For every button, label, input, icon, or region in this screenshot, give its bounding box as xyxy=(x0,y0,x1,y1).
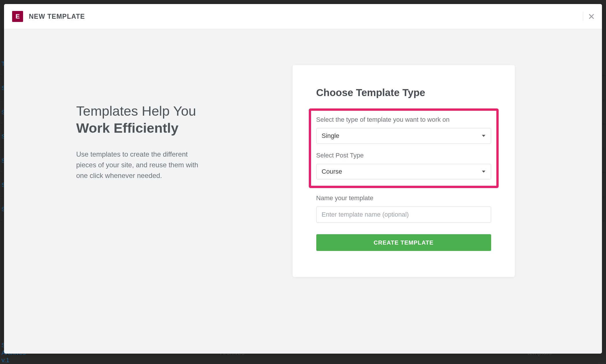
modal-body: Templates Help You Work Efficiently Use … xyxy=(4,29,602,354)
form-card: Choose Template Type Select the type of … xyxy=(293,65,515,277)
hero-line-1: Templates Help You xyxy=(76,103,196,119)
new-template-modal: E NEW TEMPLATE ✕ Templates Help You Work… xyxy=(4,4,602,354)
template-type-label: Select the type of template you want to … xyxy=(316,116,491,123)
template-type-select-wrapper: Single xyxy=(316,128,491,144)
intro-panel: Templates Help You Work Efficiently Use … xyxy=(4,65,291,181)
hero-line-2: Work Efficiently xyxy=(76,120,291,137)
post-type-label: Select Post Type xyxy=(316,152,491,159)
highlight-annotation: Select the type of template you want to … xyxy=(309,108,499,188)
hero-title: Templates Help You Work Efficiently xyxy=(76,103,291,137)
modal-title: NEW TEMPLATE xyxy=(29,13,85,20)
close-button[interactable]: ✕ xyxy=(583,12,592,21)
post-type-select-wrapper: Course xyxy=(316,164,491,179)
template-type-select[interactable]: Single xyxy=(316,128,491,144)
template-name-input[interactable] xyxy=(316,207,491,223)
hero-description: Use templates to create the different pi… xyxy=(76,149,209,181)
chevron-down-icon xyxy=(482,135,485,137)
name-field-group: Name your template xyxy=(316,194,491,223)
close-icon: ✕ xyxy=(588,12,595,22)
form-panel: Choose Template Type Select the type of … xyxy=(291,65,602,277)
form-title: Choose Template Type xyxy=(316,87,491,98)
template-name-label: Name your template xyxy=(316,194,491,202)
elementor-logo-icon: E xyxy=(12,11,23,22)
chevron-down-icon xyxy=(482,171,485,173)
modal-header: E NEW TEMPLATE ✕ xyxy=(4,4,602,29)
post-type-select[interactable]: Course xyxy=(316,164,491,179)
create-template-button[interactable]: CREATE TEMPLATE xyxy=(316,234,491,251)
